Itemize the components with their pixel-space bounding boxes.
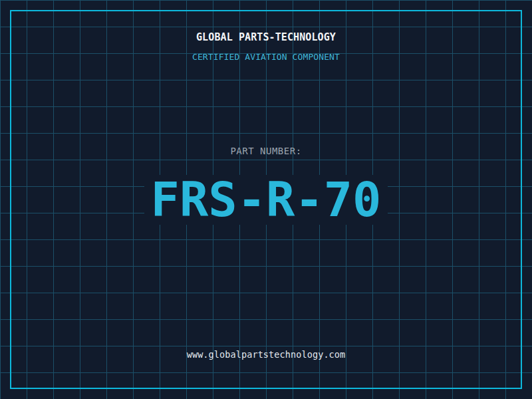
part-number-row: FRS-R-70 — [0, 175, 532, 225]
part-number-label: PART NUMBER: — [0, 146, 532, 156]
certificate-page: GLOBAL PARTS-TECHNOLOGY CERTIFIED AVIATI… — [0, 0, 532, 399]
part-number-value: FRS-R-70 — [144, 175, 388, 225]
certification-subtitle: CERTIFIED AVIATION COMPONENT — [0, 52, 532, 62]
website-url: www.globalpartstechnology.com — [0, 349, 532, 360]
company-name: GLOBAL PARTS-TECHNOLOGY — [0, 31, 532, 43]
